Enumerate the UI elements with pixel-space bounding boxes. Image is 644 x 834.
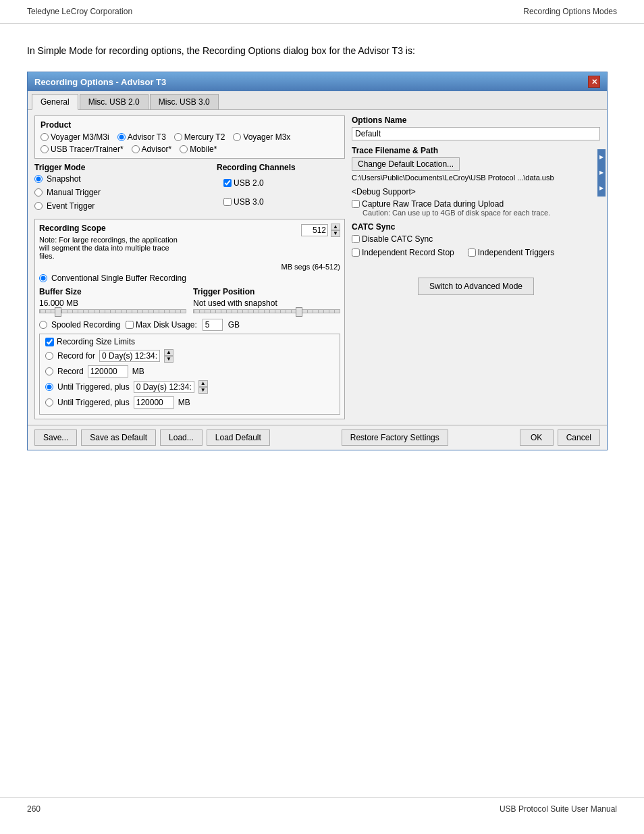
header-right: Recording Options Modes — [523, 7, 617, 16]
product-usb-tracer[interactable]: USB Tracer/Trainer* — [41, 145, 124, 154]
recording-scope-label: Recording Scope — [39, 224, 181, 233]
debug-section: <Debug Support> Capture Raw Trace Data d… — [352, 187, 600, 217]
product-label: Product — [41, 120, 339, 130]
page-content: In Simple Mode for recording options, th… — [0, 24, 644, 471]
scroll-mid-arrow: ▶ — [599, 170, 603, 176]
options-name-input[interactable] — [352, 127, 600, 140]
spinner-input[interactable] — [301, 224, 328, 236]
until-triggered-2-row: Until Triggered, plus MB — [45, 396, 334, 409]
trace-path-section: Trace Filename & Path Change Default Loc… — [352, 146, 600, 182]
product-voyager-m3[interactable]: Voyager M3/M3i — [41, 132, 109, 142]
save-default-button[interactable]: Save as Default — [81, 429, 156, 446]
trigger-mode-label: Trigger Mode — [34, 163, 210, 172]
disable-catc-checkbox[interactable]: Disable CATC Sync — [352, 234, 600, 244]
footer-page-number: 260 — [27, 804, 41, 814]
options-name-label: Options Name — [352, 115, 600, 125]
header-left: Teledyne LeCroy Corporation — [27, 7, 132, 16]
max-disk-checkbox[interactable]: Max Disk Usage: — [126, 320, 197, 330]
until-triggered-1-radio[interactable]: Until Triggered, plus — [45, 382, 130, 392]
scroll-indicator[interactable]: ▶ ▶ ▶ — [597, 149, 606, 197]
switch-advanced-mode-button[interactable]: Switch to Advanced Mode — [418, 278, 534, 295]
time2-down[interactable]: ▼ — [198, 387, 208, 394]
change-location-button[interactable]: Change Default Location... — [352, 157, 460, 171]
dialog-footer: Save... Save as Default Load... Load Def… — [28, 425, 607, 450]
product-advisor[interactable]: Advisor* — [132, 145, 172, 154]
size-limits-checkbox[interactable] — [45, 338, 54, 346]
capture-checkbox[interactable]: Capture Raw Trace Data during Upload — [352, 199, 600, 209]
product-mobile[interactable]: Mobile* — [180, 145, 217, 154]
product-mercury-t2[interactable]: Mercury T2 — [174, 132, 225, 142]
trace-path-label: Trace Filename & Path — [352, 146, 600, 155]
record-for-row: Record for ▲ ▼ — [45, 349, 334, 363]
page-footer: 260 USB Protocol Suite User Manual — [0, 797, 644, 820]
time-down[interactable]: ▼ — [164, 356, 173, 363]
record-radio[interactable]: Record — [45, 367, 84, 376]
footer-manual-title: USB Protocol Suite User Manual — [500, 804, 617, 814]
scroll-up-arrow: ▶ — [599, 155, 603, 160]
time-up[interactable]: ▲ — [164, 349, 173, 356]
catc-section: CATC Sync Disable CATC Sync — [352, 222, 600, 244]
time2-spinner-buttons: ▲ ▼ — [198, 380, 208, 394]
snapshot-radio[interactable]: Snapshot — [34, 174, 210, 184]
max-disk-input[interactable] — [203, 319, 223, 331]
recording-channels-label: Recording Channels — [217, 163, 345, 172]
time-spinner-buttons: ▲ ▼ — [164, 349, 173, 363]
record-for-radio[interactable]: Record for — [45, 351, 95, 361]
dialog-close-button[interactable]: ✕ — [588, 76, 600, 88]
dialog-titlebar: Recording Options - Advisor T3 ✕ — [28, 72, 607, 91]
tab-misc-usb20[interactable]: Misc. USB 2.0 — [80, 94, 149, 109]
left-panel: Product Voyager M3/M3i Advisor T3 Mer — [34, 115, 345, 419]
load-button[interactable]: Load... — [160, 429, 203, 446]
usb30-checkbox[interactable]: USB 3.0 — [223, 197, 345, 207]
cancel-button[interactable]: Cancel — [558, 429, 600, 446]
spinner-down[interactable]: ▼ — [331, 230, 340, 237]
until-triggered-1-time[interactable] — [134, 381, 194, 393]
trigger-position-col: Trigger Position Not used with snapshot — [193, 287, 340, 315]
record-mb-unit: MB — [132, 367, 144, 376]
product-radio-group: Voyager M3/M3i Advisor T3 Mercury T2 — [41, 132, 339, 154]
dialog-body: Product Voyager M3/M3i Advisor T3 Mer — [28, 110, 607, 425]
spinner-up[interactable]: ▲ — [331, 224, 340, 230]
right-panel: Options Name Trace Filename & Path Chang… — [352, 115, 600, 419]
independent-record-stop-checkbox[interactable]: Independent Record Stop — [352, 248, 454, 257]
time2-up[interactable]: ▲ — [198, 380, 208, 387]
catc-label: CATC Sync — [352, 222, 600, 232]
mb-segs-label: MB segs (64-512) — [39, 263, 340, 271]
spooled-radio[interactable]: Spooled Recording — [39, 320, 120, 330]
until-triggered-2-mb[interactable] — [134, 396, 174, 409]
spinner-buttons: ▲ ▼ — [331, 224, 340, 237]
size-limits-label: Recording Size Limits — [57, 337, 135, 346]
buffer-size-col: Buffer Size 16.000 MB — [39, 287, 186, 315]
ok-button[interactable]: OK — [520, 429, 554, 446]
load-default-button[interactable]: Load Default — [207, 429, 270, 446]
trigger-mode-section: Trigger Mode Snapshot Manual Trigger Eve… — [34, 163, 210, 211]
recording-scope-section: Recording Scope Note: For large recordin… — [34, 219, 345, 419]
usb20-checkbox[interactable]: USB 2.0 — [223, 178, 345, 188]
scroll-down-arrow: ▶ — [599, 186, 603, 191]
spooled-row: Spooled Recording Max Disk Usage: GB — [39, 319, 340, 331]
capture-note: Caution: Can use up to 4GB of disk space… — [363, 209, 600, 217]
scope-note: Note: For large recordings, the applicat… — [39, 236, 181, 260]
independent-triggers-checkbox[interactable]: Independent Triggers — [468, 248, 554, 257]
product-advisor-t3[interactable]: Advisor T3 — [117, 132, 166, 142]
options-name-section: Options Name — [352, 115, 600, 140]
max-disk-unit: GB — [228, 320, 240, 330]
trigger-position-label: Trigger Position — [193, 287, 340, 296]
bottom-checkboxes: Independent Record Stop Independent Trig… — [352, 248, 600, 257]
dialog-title: Recording Options - Advisor T3 — [34, 77, 166, 87]
tab-misc-usb30[interactable]: Misc. USB 3.0 — [150, 94, 219, 109]
tab-general[interactable]: General — [32, 94, 78, 110]
event-trigger-radio[interactable]: Event Trigger — [34, 201, 210, 211]
spinner-group: ▲ ▼ — [301, 224, 340, 237]
buffer-size-value: 16.000 MB — [39, 298, 186, 308]
recording-channels-section: Recording Channels USB 2.0 USB 3.0 — [217, 163, 345, 211]
restore-factory-button[interactable]: Restore Factory Settings — [342, 429, 448, 446]
record-mb-input[interactable] — [88, 365, 128, 377]
manual-trigger-radio[interactable]: Manual Trigger — [34, 188, 210, 197]
product-voyager-m3x[interactable]: Voyager M3x — [233, 132, 290, 142]
until-triggered-2-radio[interactable]: Until Triggered, plus — [45, 398, 130, 407]
buffer-size-label: Buffer Size — [39, 287, 186, 296]
save-button[interactable]: Save... — [34, 429, 77, 446]
conventional-radio[interactable]: Conventional Single Buffer Recording — [39, 273, 340, 283]
record-for-time[interactable] — [99, 350, 160, 362]
